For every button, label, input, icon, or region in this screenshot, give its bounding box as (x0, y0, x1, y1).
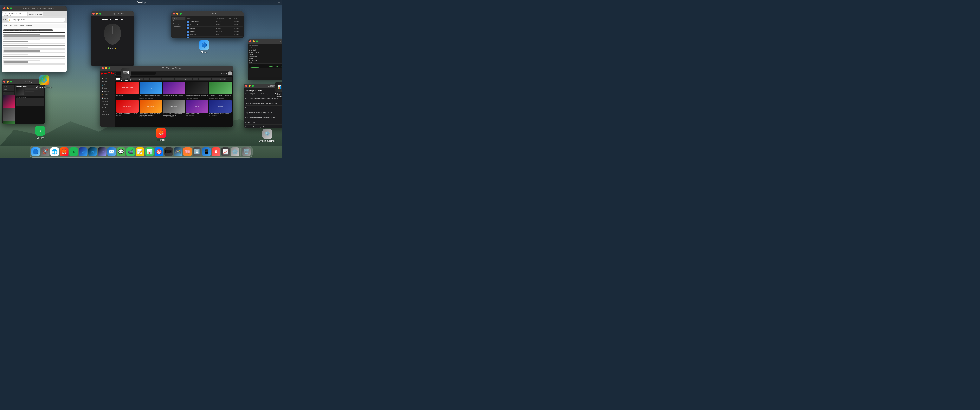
minimize-button[interactable] (6, 8, 9, 9)
dock-screens[interactable]: 📱 (202, 147, 211, 156)
logi-maximize[interactable] (99, 13, 101, 15)
firefox-app-icon[interactable]: 🦊 (156, 128, 166, 138)
dock-mail[interactable]: ✉️ (107, 147, 116, 156)
maximize-button[interactable] (10, 8, 12, 9)
finder-row-applications[interactable]: Applications 30.1.25 -- Folder (186, 20, 243, 23)
yt-cat-electrical[interactable]: Electrical Engineering (212, 78, 226, 80)
doc-menu-view[interactable]: View (13, 24, 19, 27)
yt-playlists[interactable]: 📋 Playlists (101, 90, 114, 93)
yt-video-item-7[interactable]: USA SPECIAL Jeremy Richard & James Test … (140, 100, 162, 117)
doc-menu-insert[interactable]: Insert (19, 24, 25, 27)
yt-cat-handheld[interactable]: Handheld gaming consoles (175, 78, 192, 80)
yt-show-more[interactable]: Show more (101, 114, 114, 117)
dock-spotify[interactable]: ♪ (69, 147, 78, 156)
finder-maximize[interactable] (180, 13, 181, 15)
doc-menu-file[interactable]: File (3, 24, 8, 27)
dock-notes[interactable]: 📝 (136, 147, 145, 156)
dock-messages[interactable]: 💬 (117, 147, 126, 156)
finder-sidebar-recents[interactable]: Recents (172, 20, 185, 22)
doc-menu-format[interactable]: Format (25, 24, 32, 27)
yt-cameras[interactable]: Cameras (101, 103, 114, 107)
yt-history[interactable]: ⏱ History (101, 87, 114, 90)
firefox-maximize[interactable] (108, 67, 110, 69)
dock-lightroom[interactable]: Lr (79, 147, 88, 156)
finder-close[interactable] (173, 13, 175, 15)
dock-steam[interactable]: 🎮 (174, 147, 183, 156)
yt-video-item-2[interactable]: DEATH of the Cheap Graphics Card DEATH o… (140, 82, 162, 99)
activity-row-3[interactable]: Google Chrome 2.7 1:18:36 49 (248, 51, 282, 53)
dock-downloads[interactable]: ⬇️ (193, 147, 202, 156)
firefox-close[interactable] (102, 67, 104, 69)
yt-hardware[interactable]: Hardware (101, 100, 114, 103)
yt-cat-cpu[interactable]: CPUs (144, 78, 150, 80)
spotify-album-3[interactable] (3, 121, 15, 124)
chrome-tab-1[interactable]: Tips and Tricks for New macOS... (3, 12, 27, 16)
yt-video-item-4[interactable]: End of Universe? Large Hadron Collider c… (186, 82, 208, 99)
yt-avatar[interactable] (228, 71, 232, 76)
finder-row-downloads[interactable]: Downloads 11:04 -- Folder (186, 23, 243, 27)
dock-facetime[interactable]: 📹 (126, 147, 135, 156)
yt-cat-steam[interactable]: Steam (193, 78, 198, 80)
dock-chrome[interactable]: 🌐 (50, 147, 59, 156)
logi-close[interactable] (92, 13, 94, 15)
finder-row-movies[interactable]: Movies 17.12.24 -- Folder (186, 27, 243, 30)
yt-video-item-1[interactable]: GAMER CRED Gamer Cred 580K views (116, 82, 139, 99)
activity-row-1[interactable]: WindowServer 8.3 8:03:09 16 (248, 47, 282, 49)
spotify-app-icon[interactable]: ♪ (35, 126, 45, 136)
yt-video-item-9[interactable]: AVOWED Avowed - Review Build IGN · 220K … (186, 100, 208, 117)
dock-finder[interactable]: 🔵 (31, 147, 40, 156)
yt-liked[interactable]: 👍 Liked (101, 93, 114, 97)
activity-row-7[interactable]: Logi Options+ 0.4 0:05:22 12 (248, 59, 282, 62)
yt-subscriptions[interactable]: 📺 Subscriptions (101, 84, 114, 87)
yt-shorts[interactable]: ▶ Shorts (101, 81, 114, 84)
logi-minimize[interactable] (96, 13, 98, 15)
yt-cat-display[interactable]: Display devices (150, 78, 161, 80)
dock-launchpad[interactable]: 🚀 (41, 147, 49, 156)
spotify-album-2[interactable] (3, 108, 15, 121)
spotify-list-item-1[interactable] (16, 98, 44, 100)
spotify-close[interactable] (3, 81, 5, 83)
yt-video-item-3[interactable]: Do Aliens Have These? Physicists Say The… (163, 82, 185, 99)
dock-setapp[interactable]: S (212, 147, 220, 156)
firefox-minimize[interactable] (105, 67, 107, 69)
finder-minimize[interactable] (176, 13, 178, 15)
spotify-minimize[interactable] (6, 81, 9, 83)
spotify-nav-home[interactable]: Home (3, 85, 14, 88)
settings-maximize[interactable] (252, 85, 254, 87)
logi-app-icon[interactable]: ⌨ (121, 68, 130, 78)
spotify-maximize[interactable] (10, 81, 12, 83)
doc-menu-edit[interactable]: Edit (8, 24, 13, 27)
chrome-tab-2[interactable]: docs.google.com (28, 12, 43, 16)
activity-close[interactable] (249, 40, 251, 43)
settings-app-icon[interactable]: ⚙️ (262, 129, 272, 139)
spotify-list-item-4[interactable] (16, 104, 44, 106)
chrome-url-bar[interactable]: 🔒 docs.google.com/... (8, 17, 65, 22)
yt-home[interactable]: 🏠 Home (101, 77, 114, 81)
finder-row-pictures[interactable]: Pictures 10:40 -- Folder (186, 33, 243, 36)
activity-app-icon[interactable]: 📊 (275, 82, 282, 92)
activity-row-8[interactable]: Finder 0.1 0:01:30 6 (248, 62, 282, 63)
dock-system-prefs[interactable]: ⚙️ (231, 147, 239, 156)
dock-keynote[interactable]: 🎯 (155, 147, 164, 156)
finder-sidebar-desktop[interactable]: Desktop (172, 22, 185, 25)
yt-video-item-5[interactable]: 4K KILLER NX 5070 Ti - The REAL NVIDIA K… (209, 82, 232, 99)
activity-minimize[interactable] (253, 40, 255, 43)
chrome-app-icon[interactable]: 🌐 (39, 75, 49, 85)
finder-sidebar-docs[interactable]: Documents (172, 25, 185, 28)
settings-close[interactable] (245, 85, 247, 87)
activity-row-6[interactable]: Firefox 0.9 0:34:50 31 (248, 57, 282, 59)
activity-row-2[interactable]: kernel_task 3.1 2:13:48 344 (248, 49, 282, 51)
spotify-nav-search[interactable]: Search (3, 89, 14, 91)
spotify-list-item-3[interactable] (16, 102, 44, 104)
dock-photoshop[interactable]: Ps (88, 147, 97, 156)
yt-video-item-10[interactable]: +65% MSRP Nvidia's Response to Total PR … (209, 100, 232, 117)
yt-video-item-6[interactable]: USA SPECIAL AMD Made Something INCREDIBL… (116, 100, 139, 117)
activity-row-5[interactable]: Activity Monitor 1.2 0:12:05 8 (248, 55, 282, 57)
dock-firefox[interactable]: 🦊 (60, 147, 68, 156)
dock-numbers[interactable]: 📊 (145, 147, 154, 156)
settings-minimize[interactable] (248, 85, 251, 87)
dock-trash[interactable]: 🗑️ (242, 147, 251, 156)
finder-app-icon[interactable]: 🔵 (199, 40, 209, 50)
spotify-album-1[interactable] (3, 95, 15, 108)
close-button[interactable] (3, 8, 5, 9)
